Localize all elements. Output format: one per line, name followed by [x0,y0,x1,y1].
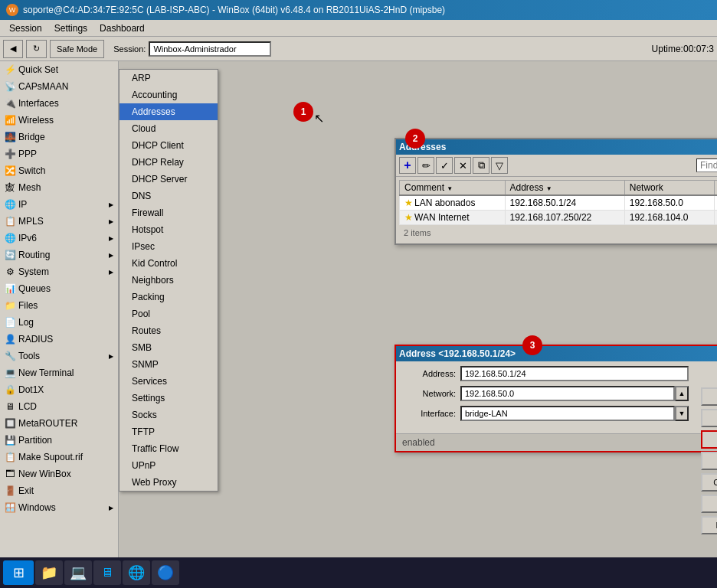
dropdown-arp[interactable]: ARP [120,70,218,87]
sidebar-item-exit[interactable]: 🚪 Exit [0,482,118,499]
sidebar-item-log[interactable]: 📄 Log [0,314,118,331]
dropdown-addresses[interactable]: Addresses [120,103,218,120]
sidebar-item-files[interactable]: 📁 Files [0,297,118,314]
routing-arrow: ▶ [109,252,113,259]
dropdown-routes[interactable]: Routes [120,322,218,339]
dropdown-accounting[interactable]: Accounting [120,87,218,103]
dropdown-dhcp-client[interactable]: DHCP Client [120,137,218,154]
apply-button[interactable]: Apply 4 [701,430,717,449]
ok-button[interactable]: OK [701,387,717,406]
sidebar-item-make-supout[interactable]: 📋 Make Supout.rif [0,449,118,466]
col-interface[interactable]: Interface ▼ [714,181,717,196]
sidebar-item-interfaces[interactable]: 🔌 Interfaces [0,95,118,112]
sidebar-item-lcd[interactable]: 🖥 LCD [0,398,118,415]
comment-button[interactable]: Comment [701,473,717,492]
sidebar-item-wireless[interactable]: 📶 Wireless [0,112,118,129]
dropdown-tftp[interactable]: TFTP [120,423,218,440]
start-button[interactable]: ⊞ [3,560,34,585]
back-button[interactable]: ◀ [3,40,23,58]
dropdown-snmp[interactable]: SNMP [120,356,218,373]
dropdown-upnp[interactable]: UPnP [120,457,218,474]
dropdown-socks[interactable]: Socks [120,407,218,423]
interface-input[interactable] [460,406,675,421]
filter-button[interactable]: ▽ [491,157,508,174]
sidebar-item-partition[interactable]: 💾 Partition [0,432,118,449]
col-address[interactable]: Address ▼ [505,181,624,196]
menu-settings[interactable]: Settings [48,21,93,35]
search-input[interactable] [696,158,717,172]
copy-button[interactable]: ⧉ [473,157,489,174]
menu-session[interactable]: Session [3,21,48,35]
system-arrow: ▶ [109,269,113,276]
ppp-icon: ➕ [5,149,15,159]
main-container: ⚡ Quick Set 📡 CAPsMAAN 🔌 Interfaces 📶 Wi… [0,61,717,557]
interface-field-row: Interface: ▼ [402,406,689,421]
taskbar-browser[interactable]: 🌐 [123,560,150,585]
dropdown-settings[interactable]: Settings [120,390,218,407]
taskbar-terminal[interactable]: 💻 [64,560,92,585]
sidebar-item-ip[interactable]: 🌐 IP ▶ [0,196,118,213]
dropdown-ipsec[interactable]: IPsec [120,238,218,255]
dropdown-pool[interactable]: Pool [120,305,218,322]
title-bar: W soporte@C4:AD:34:7E:92:5C (LAB-ISP-ABC… [0,0,717,20]
session-input[interactable] [149,41,271,57]
dropdown-firewall[interactable]: Firewall [120,204,218,221]
sidebar-item-windows[interactable]: 🪟 Windows ▶ [0,499,118,516]
sidebar-item-tools[interactable]: 🔧 Tools ▶ [0,348,118,364]
network-arrow-btn[interactable]: ▲ [675,386,689,401]
sidebar-item-switch[interactable]: 🔀 Switch [0,162,118,179]
sidebar-item-queues[interactable]: 📊 Queues [0,280,118,297]
dropdown-cloud[interactable]: Cloud [120,120,218,137]
dropdown-kid-control[interactable]: Kid Control [120,255,218,272]
taskbar-explorer[interactable]: 📁 [35,560,63,585]
refresh-button[interactable]: ↻ [26,40,47,58]
sidebar-item-new-terminal[interactable]: 💻 New Terminal [0,364,118,381]
col-network[interactable]: Network [624,181,714,196]
sidebar-item-system[interactable]: ⚙ System ▶ [0,263,118,280]
col-comment[interactable]: Comment ▼ [400,181,506,196]
address-input[interactable] [460,366,689,381]
delete-button[interactable]: ✕ [454,157,471,174]
dropdown-services[interactable]: Services [120,373,218,390]
addr-list-titlebar[interactable]: Addresses _ □ ✕ [396,139,717,155]
sidebar-item-ppp[interactable]: ➕ PPP [0,145,118,162]
sidebar-item-ipv6[interactable]: 🌐 IPv6 ▶ [0,230,118,247]
dropdown-neighbors[interactable]: Neighbors [120,272,218,289]
dropdown-hotspot[interactable]: Hotspot [120,221,218,238]
taskbar-monitor[interactable]: 🖥 [93,560,121,585]
table-row[interactable]: ★LAN abonados 192.168.50.1/24 192.168.50… [400,195,718,211]
network-input[interactable] [460,386,675,401]
sidebar-item-bridge[interactable]: 🌉 Bridge [0,129,118,145]
menu-dashboard[interactable]: Dashboard [93,21,151,35]
dropdown-traffic-flow[interactable]: Traffic Flow [120,440,218,457]
sidebar-item-new-winbox[interactable]: 🗔 New WinBox [0,466,118,482]
step-2-circle: 2 [405,129,425,149]
copy-button[interactable]: Copy [701,495,717,513]
sidebar-item-radius[interactable]: 👤 RADIUS [0,331,118,348]
sidebar-item-quick-set[interactable]: ⚡ Quick Set [0,61,118,78]
interface-dropdown-btn[interactable]: ▼ [675,406,689,421]
dropdown-packing[interactable]: Packing [120,289,218,305]
table-row[interactable]: ★WAN Internet 192.168.107.250/22 192.168… [400,211,718,225]
addr-edit-titlebar[interactable]: Address <192.168.50.1/24> _ □ ✕ [396,346,717,361]
check-button[interactable]: ✓ [436,157,453,174]
dropdown-dhcp-relay[interactable]: DHCP Relay [120,154,218,171]
taskbar-edge[interactable]: 🔵 [152,560,179,585]
dropdown-smb[interactable]: SMB [120,339,218,356]
sidebar-item-metarouter[interactable]: 🔲 MetaROUTER [0,415,118,432]
dropdown-dhcp-server[interactable]: DHCP Server [120,171,218,188]
sidebar-item-routing[interactable]: 🔄 Routing ▶ [0,247,118,263]
sidebar-item-mpls[interactable]: 📋 MPLS ▶ [0,213,118,230]
sidebar-item-capsman[interactable]: 📡 CAPsMAAN [0,78,118,95]
dropdown-dns[interactable]: DNS [120,188,218,204]
edit-button[interactable]: ✏ [417,157,434,174]
dropdown-web-proxy[interactable]: Web Proxy [120,474,218,491]
sidebar-item-mesh[interactable]: 🕸 Mesh [0,179,118,196]
cancel-button[interactable]: Cancel [701,409,717,427]
add-address-button[interactable]: + [399,157,416,174]
taskbar: ⊞ 📁 💻 🖥 🌐 🔵 [0,557,717,588]
remove-button[interactable]: Remove [701,516,717,534]
safemode-button[interactable]: Safe Mode [50,40,104,58]
sidebar-item-dot1x[interactable]: 🔒 Dot1X [0,381,118,398]
disable-button[interactable]: Disable [701,452,717,470]
